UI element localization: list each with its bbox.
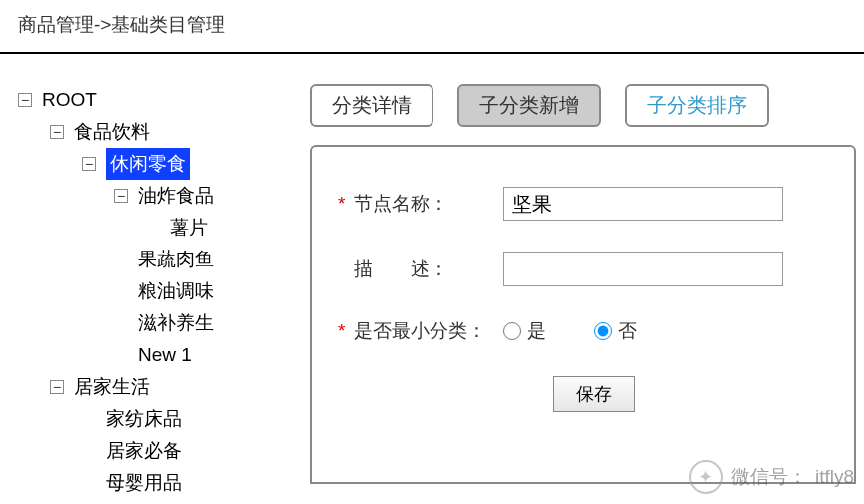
tree-leaf[interactable]: 薯片 [170, 212, 208, 244]
tree-node-root[interactable]: ROOT [42, 84, 97, 116]
radio-no-input[interactable] [594, 322, 612, 340]
tab-subcategory-add[interactable]: 子分类新增 [457, 84, 601, 127]
tree-leaf[interactable]: 居家必备 [106, 435, 182, 467]
tree-leaf[interactable]: 母婴用品 [106, 467, 182, 499]
description-label: 描 述： [354, 256, 503, 282]
tree-leaf[interactable]: 家纺床品 [106, 403, 182, 435]
required-icon: * [338, 193, 345, 215]
tree-leaf[interactable]: 滋补养生 [138, 307, 214, 339]
radio-no[interactable]: 否 [594, 318, 637, 344]
tree-toggle-icon[interactable]: − [82, 157, 96, 171]
form-body: * 节点名称： 描 述： * 是否最小分类： [310, 145, 856, 484]
tree-node[interactable]: 油炸食品 [138, 180, 214, 212]
tree-leaf[interactable]: New 1 [138, 339, 192, 371]
tab-subcategory-sort[interactable]: 子分类排序 [625, 84, 769, 127]
tab-category-detail[interactable]: 分类详情 [310, 84, 433, 127]
node-name-input[interactable] [503, 187, 783, 221]
save-button[interactable]: 保存 [553, 376, 635, 412]
radio-yes-label: 是 [527, 318, 546, 344]
required-icon: * [338, 320, 345, 342]
min-category-label: * 是否最小分类： [354, 318, 503, 344]
tree-node[interactable]: 食品饮料 [74, 116, 150, 148]
description-input[interactable] [503, 252, 783, 286]
form-panel: 分类详情 子分类新增 子分类排序 * 节点名称： 描 述： * [310, 84, 864, 499]
tab-bar: 分类详情 子分类新增 子分类排序 [310, 84, 856, 127]
breadcrumb: 商品管理->基础类目管理 [0, 0, 864, 54]
radio-yes-input[interactable] [503, 322, 521, 340]
node-name-label: * 节点名称： [354, 191, 503, 217]
tree-panel: − ROOT − 食品饮料 − 休闲零食 [0, 84, 310, 499]
tree-leaf[interactable]: 粮油调味 [138, 275, 214, 307]
tree-leaf[interactable]: 果蔬肉鱼 [138, 244, 214, 275]
tree-toggle-icon[interactable]: − [50, 125, 64, 139]
tree-toggle-icon[interactable]: − [114, 189, 128, 203]
radio-yes[interactable]: 是 [503, 318, 546, 344]
tree-node-selected[interactable]: 休闲零食 [106, 148, 190, 180]
tree-toggle-icon[interactable]: − [50, 380, 64, 394]
tree-toggle-icon[interactable]: − [18, 93, 32, 107]
radio-no-label: 否 [618, 318, 637, 344]
tree-node[interactable]: 居家生活 [74, 371, 150, 403]
